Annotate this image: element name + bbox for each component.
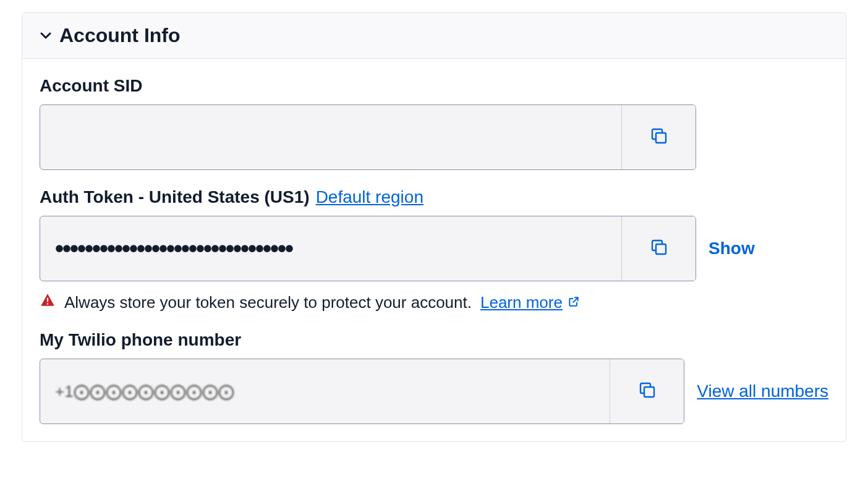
phone-number-label: My Twilio phone number [40,330,828,350]
svg-rect-3 [47,303,48,304]
copy-icon [637,380,657,402]
copy-icon [649,126,669,148]
auth-token-value[interactable]: •••••••••••••••••••••••••••••••• [40,216,621,281]
panel-title: Account Info [59,24,181,47]
account-info-header[interactable]: Account Info [22,13,846,59]
auth-token-group: Auth Token - United States (US1) Default… [40,187,828,313]
auth-token-label-text: Auth Token - United States (US1) [40,187,310,207]
auth-token-warning: Always store your token securely to prot… [40,292,828,313]
copy-icon [649,237,669,260]
account-info-panel: Account Info Account SID [22,12,846,442]
learn-more-text: Learn more [480,293,563,312]
account-sid-input-box [40,104,696,170]
chevron-down-icon [40,30,52,42]
external-link-icon [568,293,580,312]
copy-account-sid-button[interactable] [621,105,696,169]
copy-phone-button[interactable] [610,359,684,424]
account-sid-label: Account SID [40,76,828,96]
warning-icon [40,292,56,313]
svg-rect-1 [656,244,666,254]
phone-number-value[interactable]: +1⨀⨀⨀⨀⨀⨀⨀⨀⨀⨀ [40,359,610,424]
auth-token-label: Auth Token - United States (US1) Default… [40,187,828,207]
show-token-button[interactable]: Show [708,239,755,258]
learn-more-link[interactable]: Learn more [480,293,580,312]
auth-token-input-box: •••••••••••••••••••••••••••••••• [40,216,696,281]
default-region-link[interactable]: Default region [316,187,423,207]
account-sid-value[interactable] [40,105,621,169]
svg-rect-2 [47,298,48,302]
phone-number-group: My Twilio phone number +1⨀⨀⨀⨀⨀⨀⨀⨀⨀⨀ View… [40,330,828,424]
svg-rect-4 [644,387,654,397]
svg-rect-0 [656,133,666,143]
warning-text: Always store your token securely to prot… [64,293,472,312]
view-all-numbers-link[interactable]: View all numbers [697,381,828,401]
copy-auth-token-button[interactable] [621,216,696,281]
panel-body: Account SID Au [22,59,846,441]
phone-number-input-box: +1⨀⨀⨀⨀⨀⨀⨀⨀⨀⨀ [40,359,684,424]
account-sid-group: Account SID [40,76,828,170]
